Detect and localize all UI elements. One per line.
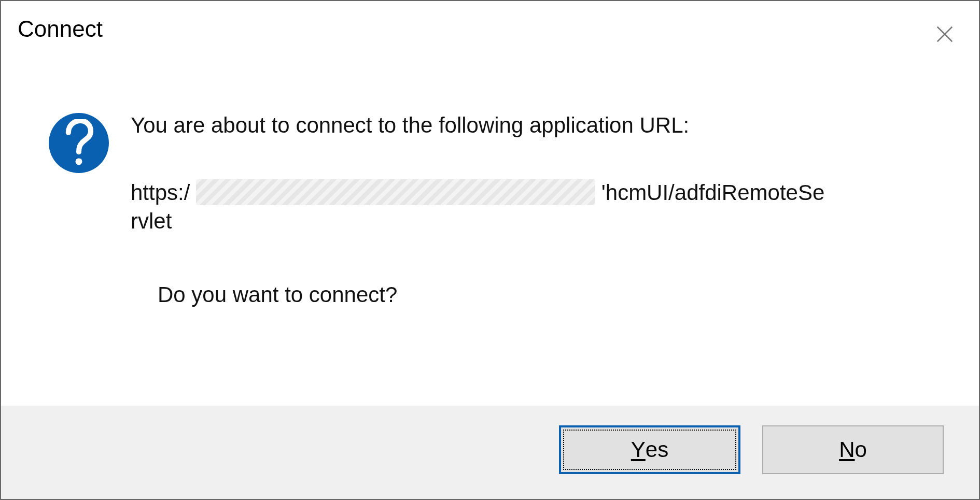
connect-dialog: Connect You are about to connect to the …	[0, 0, 980, 500]
yes-accel-char: Y	[631, 437, 646, 462]
dialog-footer: Yes No	[1, 406, 979, 499]
no-button[interactable]: No	[762, 425, 944, 474]
dialog-title: Connect	[18, 17, 103, 41]
yes-rest: es	[646, 437, 668, 462]
message-ask: Do you want to connect?	[131, 281, 948, 309]
message-line-1: You are about to connect to the followin…	[131, 112, 948, 139]
no-accel-char: N	[839, 437, 855, 462]
url-suffix-bottom: rvlet	[131, 208, 172, 233]
url-prefix: https:/	[131, 180, 190, 204]
question-icon	[49, 113, 109, 173]
url-suffix-top: 'hcmUI/adfdiRemoteSe	[601, 180, 825, 204]
close-icon	[935, 24, 955, 44]
yes-button[interactable]: Yes	[559, 425, 740, 474]
svg-point-2	[76, 158, 82, 165]
message-column: You are about to connect to the followin…	[131, 110, 948, 385]
icon-column	[27, 110, 131, 385]
close-button[interactable]	[930, 20, 959, 49]
no-rest: o	[855, 437, 866, 462]
dialog-body: You are about to connect to the followin…	[1, 68, 979, 406]
url-text: https:/ 'hcmUI/adfdiRemoteSe rvlet	[131, 178, 919, 235]
titlebar: Connect	[1, 1, 979, 68]
url-redacted-segment	[196, 179, 595, 205]
